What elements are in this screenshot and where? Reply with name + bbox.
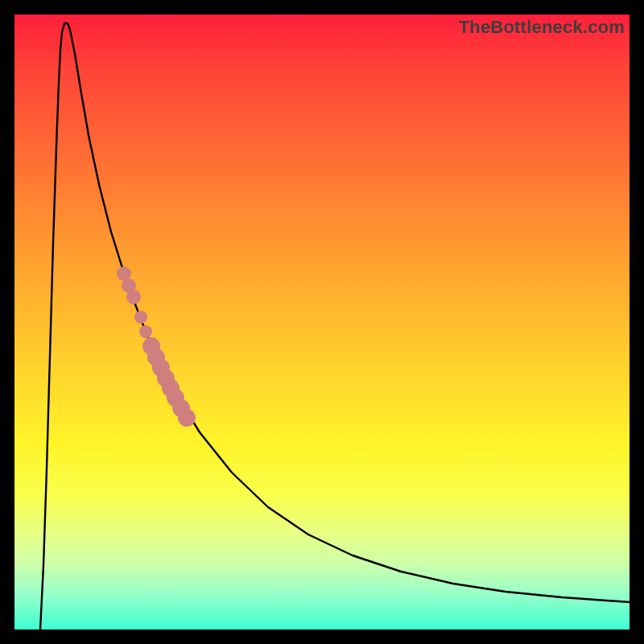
bottleneck-curve — [40, 23, 630, 630]
chart-canvas: TheBottleneck.com — [0, 0, 644, 644]
curve-marker — [139, 325, 152, 338]
curve-markers — [117, 266, 196, 427]
plot-area: TheBottleneck.com — [14, 14, 630, 630]
curve-marker — [126, 290, 141, 304]
bottleneck-curve-svg — [14, 14, 630, 630]
curve-marker — [178, 409, 196, 427]
curve-marker — [134, 311, 147, 324]
